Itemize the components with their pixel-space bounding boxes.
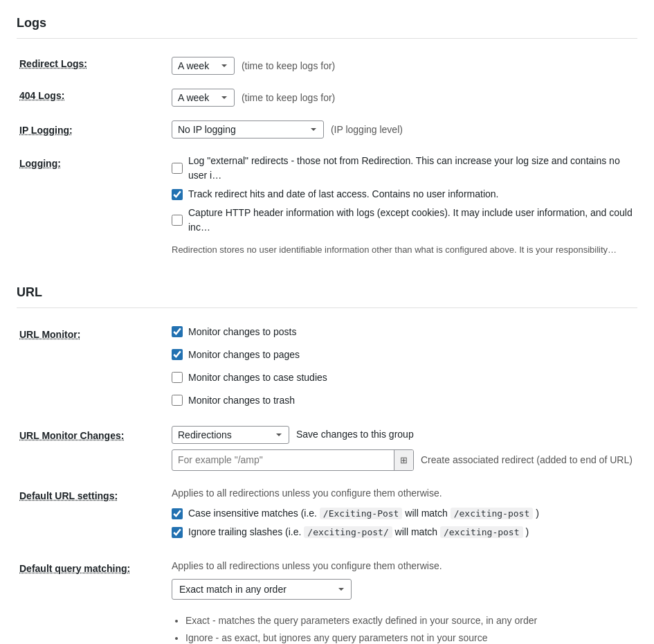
default-query-matching-row: Default query matching: Applies to all r… [17,551,637,644]
query-matching-applies-text: Applies to all redirections unless you c… [172,559,635,573]
privacy-note: Redirection stores no user identifiable … [172,243,635,257]
url-monitor-label: URL Monitor: [19,329,80,340]
redirect-logs-label: Redirect Logs: [19,58,87,69]
monitor-case-studies-checkbox[interactable] [172,372,183,383]
404-logs-row: 404 Logs: A week An hour A day A month F… [17,82,637,114]
monitor-changes-controls: Redirections Do nothing Error (404) Save… [172,426,635,444]
log-redirect-hits-label[interactable]: Track redirect hits and date of last acc… [188,187,498,202]
create-redirect-label: Create associated redirect (added to end… [421,453,633,467]
monitor-pages-row: Monitor changes to pages [172,348,635,362]
monitor-posts-checkbox[interactable] [172,326,183,337]
ip-logging-suffix: (IP logging level) [331,124,403,135]
default-url-settings-label: Default URL settings: [19,490,118,501]
404-logs-label: 404 Logs: [19,90,64,101]
monitor-posts-label[interactable]: Monitor changes to posts [188,325,296,339]
monitor-posts-row: Monitor changes to posts [172,325,635,339]
logs-title: Logs [17,14,637,39]
redirect-logs-suffix: (time to keep logs for) [242,60,335,71]
bullet-exact: Exact - matches the query parameters exa… [185,614,635,628]
bullet-ignore: Ignore - as exact, but ignores any query… [185,631,635,644]
log-redirect-hits-checkbox[interactable] [172,189,183,200]
ignore-trailing-checkbox[interactable] [172,527,183,538]
log-http-header-row: Capture HTTP header information with log… [172,206,635,235]
monitor-trash-row: Monitor changes to trash [172,393,635,408]
url-monitor-changes-row: URL Monitor Changes: Redirections Do not… [17,419,637,478]
input-grid-icon: ⊞ [394,450,413,471]
save-changes-label: Save changes to this group [296,427,414,442]
monitor-trash-label[interactable]: Monitor changes to trash [188,393,295,408]
url-title: URL [17,283,637,308]
redirect-logs-row: Redirect Logs: A week An hour A day A mo… [17,50,637,82]
ignore-trailing-label[interactable]: Ignore trailing slashes (i.e. /exciting-… [188,525,529,539]
logging-label: Logging: [19,158,61,169]
default-url-settings-row: Default URL settings: Applies to all red… [17,478,637,551]
redirect-logs-select[interactable]: A week An hour A day A month Forever No … [172,57,235,75]
monitor-changes-select[interactable]: Redirections Do nothing Error (404) [172,426,289,444]
log-http-header-label[interactable]: Capture HTTP header information with log… [188,206,635,235]
404-logs-suffix: (time to keep logs for) [242,92,335,103]
case-insensitive-checkbox[interactable] [172,508,183,519]
url-monitor-row: URL Monitor: Monitor changes to posts Mo… [17,319,637,419]
log-http-header-checkbox[interactable] [172,215,183,226]
url-suffix-input-wrapper: ⊞ [172,449,414,472]
url-section: URL URL Monitor: Monitor changes to post… [17,283,637,645]
default-url-applies-text: Applies to all redirections unless you c… [172,486,635,501]
ip-logging-label: IP Logging: [19,125,73,136]
case-insensitive-label[interactable]: Case insensitive matches (i.e. /Exciting… [188,506,539,521]
monitor-pages-checkbox[interactable] [172,349,183,360]
ignore-trailing-row: Ignore trailing slashes (i.e. /exciting-… [172,525,635,539]
monitor-changes-input-row: ⊞ Create associated redirect (added to e… [172,449,635,472]
log-external-row: Log "external" redirects - those not fro… [172,154,635,183]
log-redirect-hits-row: Track redirect hits and date of last acc… [172,187,635,202]
404-logs-select[interactable]: A week An hour A day A month Forever No … [172,89,235,107]
log-external-label[interactable]: Log "external" redirects - those not fro… [188,154,635,183]
monitor-pages-label[interactable]: Monitor changes to pages [188,348,300,362]
monitor-trash-checkbox[interactable] [172,395,183,406]
case-insensitive-row: Case insensitive matches (i.e. /Exciting… [172,506,635,521]
query-matching-select[interactable]: Exact match in any order Exact match Ign… [172,579,352,600]
url-suffix-input[interactable] [172,451,394,469]
ip-logging-select[interactable]: No IP logging Full IP logging Anonymized… [172,120,324,138]
log-external-checkbox[interactable] [172,163,183,174]
monitor-case-studies-label[interactable]: Monitor changes to case studies [188,370,327,385]
logs-section: Logs Redirect Logs: A week An hour A day… [17,14,637,264]
default-query-matching-label: Default query matching: [19,563,130,574]
monitor-case-studies-row: Monitor changes to case studies [172,370,635,385]
url-monitor-options: Monitor changes to posts Monitor changes… [172,325,635,412]
query-matching-bullets: Exact - matches the query parameters exa… [172,614,635,644]
ip-logging-row: IP Logging: No IP logging Full IP loggin… [17,114,637,145]
url-monitor-changes-label: URL Monitor Changes: [19,430,124,441]
logging-row: Logging: Log "external" redirects - thos… [17,145,637,264]
